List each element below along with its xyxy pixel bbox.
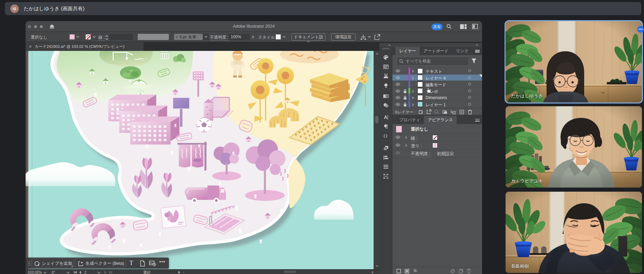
brush-chevron-box[interactable] bbox=[203, 34, 209, 40]
layer-target-icon[interactable] bbox=[468, 69, 471, 72]
panel-toggle-icon[interactable] bbox=[472, 24, 478, 29]
layers-menu-icon[interactable] bbox=[475, 50, 480, 52]
layer-target-icon[interactable] bbox=[468, 96, 471, 99]
layer-name[interactable]: レイヤー 4 bbox=[426, 76, 446, 81]
export-share-icon[interactable] bbox=[374, 34, 380, 40]
transparency-panel-icon[interactable] bbox=[383, 102, 389, 108]
status-next-icon[interactable] bbox=[178, 271, 180, 274]
layer-expand-icon[interactable] bbox=[412, 103, 414, 106]
video-tile-1[interactable]: たかはしゆうき bbox=[506, 21, 642, 102]
layer-row-4[interactable]: トンボ bbox=[392, 88, 482, 95]
stroke-weight-field[interactable] bbox=[109, 34, 133, 40]
style-swatch[interactable] bbox=[276, 34, 281, 40]
isolate-selection-icon[interactable] bbox=[360, 34, 366, 40]
layer-expand-icon[interactable] bbox=[412, 70, 414, 73]
layer-thumbnail[interactable] bbox=[417, 95, 423, 100]
appearance-fill-swatch[interactable] bbox=[432, 143, 438, 148]
hscroll-right-icon[interactable] bbox=[372, 271, 374, 274]
rotation-chevron-icon[interactable] bbox=[67, 272, 70, 274]
appearance-opacity-label[interactable]: 不透明度 : bbox=[411, 151, 430, 157]
collapse-right-icon[interactable]: » bbox=[476, 43, 478, 47]
layer-thumbnail[interactable] bbox=[417, 68, 423, 74]
appearance-panel-icon[interactable] bbox=[383, 145, 389, 151]
isolate-chevron-icon[interactable] bbox=[368, 36, 371, 38]
style-chevron-icon[interactable] bbox=[283, 36, 286, 38]
tile-menu-button[interactable]: ••• bbox=[637, 26, 644, 33]
stroke-color-swatch[interactable] bbox=[85, 34, 91, 40]
taskbar-grip-icon[interactable] bbox=[28, 261, 30, 266]
export-selection-icon[interactable] bbox=[426, 109, 431, 114]
add-shape-button[interactable]: シェイプを追加 bbox=[31, 258, 74, 268]
vertical-scrollbar[interactable] bbox=[374, 51, 379, 269]
status-collapse-icon[interactable]: ‹ bbox=[183, 270, 185, 274]
layer-thumbnail[interactable] bbox=[417, 88, 423, 94]
zoom-chevron-icon[interactable] bbox=[43, 272, 46, 274]
layer-lock-icon[interactable] bbox=[403, 96, 407, 100]
appearance-stroke-label[interactable]: 線 : bbox=[411, 135, 417, 141]
layer-visibility-eye-icon[interactable] bbox=[395, 76, 400, 79]
prev-artboard-icon[interactable] bbox=[79, 271, 81, 274]
document-setup-button[interactable]: ドキュメント設定 bbox=[292, 33, 325, 41]
layer-target-icon[interactable] bbox=[468, 76, 471, 79]
zoom-level[interactable]: 103.02% bbox=[28, 270, 42, 274]
align-panel-icon[interactable] bbox=[383, 155, 389, 161]
hscroll-thumb[interactable] bbox=[284, 271, 296, 273]
preferences-button[interactable]: 環境設定 bbox=[331, 33, 355, 41]
layer-row-6[interactable]: レイヤー 1 bbox=[392, 101, 482, 108]
type-tool-button[interactable]: T bbox=[128, 260, 134, 266]
clear-appearance-icon[interactable] bbox=[451, 269, 455, 273]
first-artboard-icon[interactable] bbox=[74, 271, 77, 274]
brush-definition-field[interactable]: • 5 pt. 丸筆 bbox=[174, 34, 203, 40]
fill-eye-icon[interactable] bbox=[395, 143, 400, 147]
variable-width-field[interactable] bbox=[138, 34, 169, 40]
stroke-stepper-icon[interactable] bbox=[105, 35, 108, 40]
search-icon[interactable] bbox=[446, 24, 452, 29]
scrollbar-thumb[interactable] bbox=[375, 116, 378, 123]
appearance-opacity-row[interactable]: 不透明度 : 初期設定 bbox=[392, 150, 482, 157]
opacity-more-icon[interactable] bbox=[252, 36, 254, 39]
layer-target-icon[interactable] bbox=[468, 83, 471, 85]
layer-name[interactable]: Dimensions bbox=[426, 95, 447, 100]
delete-item-icon[interactable] bbox=[467, 269, 471, 273]
layers-search-input[interactable]: すべてを検索 bbox=[397, 57, 469, 66]
document-tab[interactable]: ✕ カード241003.ai* @ 103.02 % (CMYK/プレビュー) bbox=[26, 42, 144, 51]
brushes-panel-icon[interactable] bbox=[383, 73, 389, 79]
fill-color-swatch[interactable] bbox=[69, 34, 75, 40]
character-panel-icon[interactable]: A bbox=[383, 114, 389, 120]
opacity-label[interactable]: 不透明度 : bbox=[210, 35, 229, 41]
paragraph-panel-icon[interactable] bbox=[383, 124, 389, 130]
artboard-chevron-icon[interactable] bbox=[97, 272, 100, 274]
layer-name[interactable]: レイヤー 1 bbox=[426, 102, 446, 108]
collapse-left-icon[interactable]: « bbox=[388, 43, 390, 47]
scroll-up-icon[interactable] bbox=[376, 53, 378, 54]
layer-thumbnail[interactable] bbox=[417, 101, 423, 107]
layer-visibility-eye-icon[interactable] bbox=[395, 103, 400, 106]
layer-visibility-eye-icon[interactable] bbox=[395, 83, 400, 86]
duplicate-item-icon[interactable] bbox=[459, 269, 463, 273]
layer-thumbnail[interactable] bbox=[417, 75, 423, 80]
layer-row-1[interactable]: テキスト bbox=[392, 68, 482, 74]
tab-links[interactable]: リンク bbox=[452, 47, 472, 55]
layer-target-icon[interactable] bbox=[468, 90, 471, 92]
opacity-field[interactable]: 100% bbox=[228, 34, 250, 40]
layer-row-5[interactable]: Dimensions bbox=[392, 94, 482, 101]
fill-expand-icon[interactable] bbox=[405, 144, 407, 147]
place-document-icon[interactable] bbox=[139, 260, 146, 266]
appearance-menu-icon[interactable] bbox=[475, 119, 480, 121]
gradient-panel-icon[interactable] bbox=[383, 93, 389, 99]
tab-close-icon[interactable]: ✕ bbox=[29, 44, 32, 49]
collect-export-icon[interactable] bbox=[418, 109, 424, 114]
stroke-eye-icon[interactable] bbox=[395, 136, 400, 139]
tab-artboards[interactable]: アートボード bbox=[420, 47, 452, 55]
icon-strip-grip[interactable] bbox=[382, 48, 390, 50]
appearance-stroke-swatch[interactable] bbox=[432, 135, 438, 140]
canvas[interactable] bbox=[26, 51, 374, 269]
add-effect-fx[interactable]: fx. bbox=[414, 268, 418, 273]
fill-chevron-icon[interactable] bbox=[76, 36, 79, 38]
swatches-panel-icon[interactable] bbox=[383, 64, 389, 70]
scroll-down-icon[interactable] bbox=[376, 265, 378, 267]
new-stroke-icon[interactable] bbox=[397, 269, 401, 273]
tab-layers[interactable]: レイヤー bbox=[395, 47, 420, 55]
layer-expand-icon[interactable] bbox=[412, 77, 414, 80]
video-tile-2[interactable]: カトウヒデユキ bbox=[506, 106, 642, 188]
